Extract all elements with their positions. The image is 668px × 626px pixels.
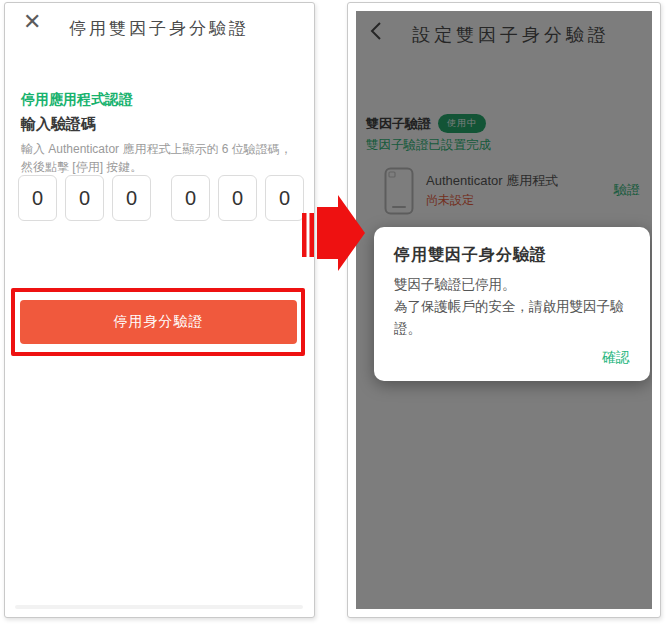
code-helper-text: 輸入 Authenticator 應用程式上顯示的 6 位驗證碼， 然後點擊 [… <box>21 140 292 176</box>
helper-line-2: 然後點擊 [停用] 按鍵。 <box>21 158 292 176</box>
disable-confirmation-dialog: 停用雙因子身分驗證 雙因子驗證已停用。 為了保護帳戶的安全，請啟用雙因子驗證。 … <box>374 227 650 381</box>
dialog-body-line-1: 雙因子驗證已停用。 <box>394 274 634 296</box>
code-digit-input-3[interactable]: 0 <box>112 175 151 221</box>
code-digit-input-1[interactable]: 0 <box>18 175 57 221</box>
tutorial-figure: ✕ 停用雙因子身分驗證 停用應用程式認證 輸入驗證碼 輸入 Authentica… <box>0 0 668 626</box>
verification-code-inputs: 0 0 0 0 0 0 <box>18 175 312 221</box>
code-digit-input-4[interactable]: 0 <box>171 175 210 221</box>
confirm-button[interactable]: 確認 <box>602 349 630 367</box>
close-icon[interactable]: ✕ <box>23 11 41 33</box>
right-phone-screenshot: 設定雙因子身分驗證 雙因子驗證 使用中 雙因子驗證已設置完成 Authentic… <box>347 2 661 618</box>
left-page-title: 停用雙因子身分驗證 <box>69 17 249 40</box>
striped-right-arrow-icon <box>302 193 366 273</box>
code-input-label: 輸入驗證碼 <box>21 115 96 134</box>
section-title: 停用應用程式認證 <box>21 91 133 109</box>
dialog-body: 雙因子驗證已停用。 為了保護帳戶的安全，請啟用雙因子驗證。 <box>394 274 634 340</box>
dialog-title: 停用雙因子身分驗證 <box>394 245 547 266</box>
left-phone-screenshot: ✕ 停用雙因子身分驗證 停用應用程式認證 輸入驗證碼 輸入 Authentica… <box>4 2 315 618</box>
right-screen-content: 設定雙因子身分驗證 雙因子驗證 使用中 雙因子驗證已設置完成 Authentic… <box>356 11 652 609</box>
helper-line-1: 輸入 Authenticator 應用程式上顯示的 6 位驗證碼， <box>21 140 292 158</box>
code-digit-input-6[interactable]: 0 <box>265 175 304 221</box>
code-digit-input-5[interactable]: 0 <box>218 175 257 221</box>
home-indicator <box>15 605 303 609</box>
dialog-body-line-2: 為了保護帳戶的安全，請啟用雙因子驗證。 <box>394 296 634 340</box>
disable-verification-button[interactable]: 停用身分驗證 <box>20 300 297 344</box>
code-digit-input-2[interactable]: 0 <box>65 175 104 221</box>
